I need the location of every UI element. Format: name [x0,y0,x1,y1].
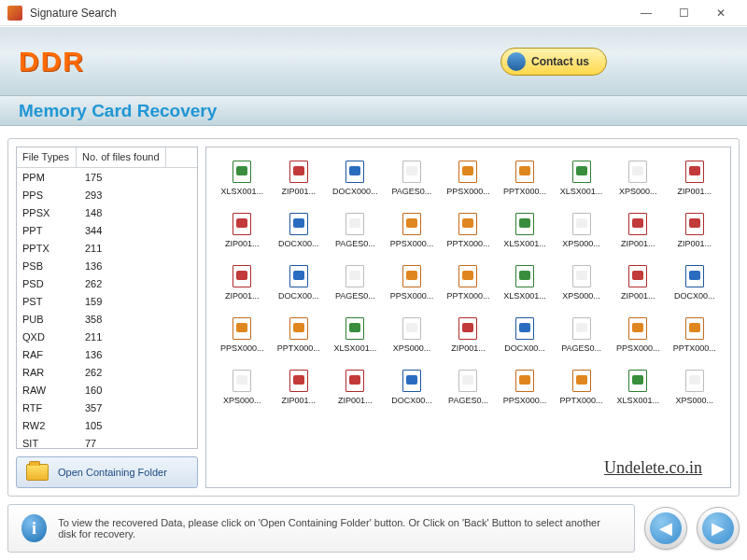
file-item[interactable]: XPS000... [386,317,439,353]
file-item[interactable]: ZIP001... [442,317,495,353]
file-item[interactable]: PPSX000... [216,317,269,353]
file-item[interactable]: DOCX00... [668,265,721,301]
docx-icon [515,317,534,340]
xlsx-icon [628,370,647,392]
cell-count: 77 [79,437,102,449]
file-item[interactable]: PPSX000... [442,161,495,196]
titlebar: Signature Search — ☐ ✕ [0,0,747,26]
file-item[interactable]: ZIP001... [216,213,269,248]
file-item[interactable]: ZIP001... [668,161,721,196]
file-item[interactable]: PPTX000... [273,317,326,353]
pages-icon [345,265,364,287]
file-item[interactable]: ZIP001... [329,370,382,405]
file-item[interactable]: PAGES0... [386,161,439,196]
cell-count: 358 [79,313,107,326]
table-row[interactable]: PSB136 [17,257,197,274]
file-item[interactable]: XPS000... [216,370,269,405]
file-label: PPSX000... [616,343,660,353]
file-item[interactable]: XPS000... [668,370,721,405]
file-label: PPTX000... [446,291,489,301]
contact-us-button[interactable]: Contact us [500,48,607,76]
table-row[interactable]: PUB358 [17,310,197,328]
footer: i To view the recovered Data, please cli… [7,504,740,553]
table-row[interactable]: PPS293 [17,186,197,203]
file-label: DOCX00... [674,291,715,301]
minimize-button[interactable]: — [627,2,665,24]
left-pane: File Types No. of files found PPM175PPS2… [16,147,198,488]
table-row[interactable]: SIT77 [17,434,197,448]
file-item[interactable]: XPS000... [612,161,665,196]
file-item[interactable]: DOCX00... [499,317,552,353]
table-header: File Types No. of files found [17,147,197,168]
table-row[interactable]: PPSX148 [17,203,197,221]
table-row[interactable]: QXD211 [17,328,197,345]
back-button[interactable]: ◀ [644,507,687,550]
table-row[interactable]: PSD262 [17,274,197,292]
pages-icon [345,213,364,235]
next-button[interactable]: ▶ [697,507,740,550]
maximize-button[interactable]: ☐ [665,2,702,24]
file-label: DOCX00... [504,343,545,353]
table-row[interactable]: PPM175 [17,168,197,186]
file-item[interactable]: ZIP001... [216,265,269,301]
pptx-icon [458,265,477,287]
cell-count: 175 [79,171,107,184]
cell-count: 293 [79,189,107,202]
file-item[interactable]: XPS000... [555,265,608,301]
xlsx-icon [515,265,534,287]
file-item[interactable]: ZIP001... [668,213,721,248]
file-item[interactable]: XLSX001... [612,370,665,405]
file-item[interactable]: PPTX000... [442,265,495,301]
table-row[interactable]: RAW160 [17,381,197,399]
table-row[interactable]: PST159 [17,292,197,310]
open-containing-folder-button[interactable]: Open Containing Folder [16,456,198,488]
undelete-link[interactable]: Undelete.co.in [604,458,702,478]
cell-type: RAF [17,348,79,361]
file-item[interactable]: DOCX00... [273,213,326,248]
file-item[interactable]: XLSX001... [329,317,382,353]
close-button[interactable]: ✕ [702,2,740,24]
table-body[interactable]: PPM175PPS293PPSX148PPT344PPTX211PSB136PS… [17,168,197,448]
file-item[interactable]: XLSX001... [216,161,269,196]
table-row[interactable]: RW2105 [17,416,197,434]
file-item[interactable]: DOCX00... [273,265,326,301]
file-item[interactable]: PAGES0... [329,213,382,248]
file-item[interactable]: PPTX000... [442,213,495,248]
file-item[interactable]: XLSX001... [555,161,608,196]
file-item[interactable]: ZIP001... [273,370,326,405]
file-item[interactable]: ZIP001... [612,213,665,248]
file-item[interactable]: ZIP001... [273,161,326,196]
ppsx-icon [458,161,477,183]
file-item[interactable]: XLSX001... [499,265,552,301]
table-row[interactable]: RTF357 [17,399,197,416]
table-row[interactable]: RAF136 [17,345,197,363]
file-item[interactable]: PAGES0... [555,317,608,353]
file-label: XLSX001... [334,343,377,353]
file-label: ZIP001... [225,291,260,301]
col-files-found[interactable]: No. of files found [77,147,166,167]
file-label: PPSX000... [446,187,490,196]
file-grid[interactable]: XLSX001...ZIP001...DOCX000...PAGES0...PP… [206,147,730,487]
file-item[interactable]: XPS000... [555,213,608,248]
table-row[interactable]: PPTX211 [17,239,197,257]
file-item[interactable]: DOCX00... [386,370,439,405]
file-label: ZIP001... [677,239,712,248]
file-item[interactable]: PPSX000... [612,317,665,353]
table-row[interactable]: RAR262 [17,363,197,381]
file-item[interactable]: PPSX000... [499,370,552,405]
file-item[interactable]: PAGES0... [329,265,382,301]
col-file-types[interactable]: File Types [17,147,77,167]
pages-icon [458,370,477,392]
file-label: XPS000... [562,291,600,301]
file-item[interactable]: PPSX000... [386,213,439,248]
file-item[interactable]: DOCX000... [329,161,382,196]
file-item[interactable]: PPTX000... [668,317,721,353]
file-item[interactable]: PPSX000... [386,265,439,301]
file-item[interactable]: XLSX001... [499,213,552,248]
file-item[interactable]: PPTX000... [499,161,552,196]
file-item[interactable]: PPTX000... [555,370,608,405]
file-item[interactable]: PAGES0... [442,370,495,405]
file-item[interactable]: ZIP001... [612,265,665,301]
open-folder-label: Open Containing Folder [58,467,167,478]
table-row[interactable]: PPT344 [17,221,197,239]
